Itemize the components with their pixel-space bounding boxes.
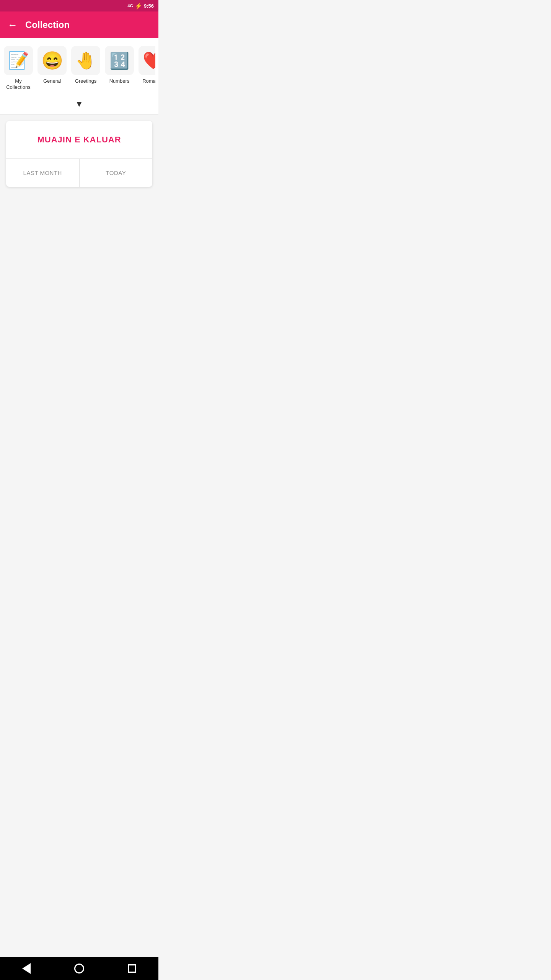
my-collections-label: My Collections xyxy=(4,78,33,90)
tab-today[interactable]: TODAY xyxy=(80,159,153,187)
app-title: Collection xyxy=(25,20,70,30)
category-item-numbers[interactable]: 🔢 Numbers xyxy=(104,46,135,90)
romance-icon: ❤️ xyxy=(143,51,156,70)
numbers-icon-wrapper: 🔢 xyxy=(105,46,134,75)
chevron-down-icon[interactable]: ▼ xyxy=(75,99,83,109)
romance-label: Romance xyxy=(142,78,155,84)
phrase-tabs: LAST MONTH TODAY xyxy=(6,159,152,187)
app-bar: ← Collection xyxy=(0,11,158,38)
general-icon-wrapper: 😄 xyxy=(37,46,67,75)
greetings-icon: 🤚 xyxy=(75,51,96,70)
signal-icon: 4G xyxy=(127,3,133,8)
chevron-container[interactable]: ▼ xyxy=(0,96,158,114)
category-section: 📝 My Collections 😄 General 🤚 Greetings 🔢… xyxy=(0,38,158,96)
my-collections-icon: 📝 xyxy=(8,51,29,70)
greetings-icon-wrapper: 🤚 xyxy=(71,46,100,75)
phrase-text: MUAJIN E KALUAR xyxy=(37,135,121,144)
numbers-icon: 🔢 xyxy=(109,51,129,70)
tab-last-month[interactable]: LAST MONTH xyxy=(6,159,80,187)
clock: 9:56 xyxy=(144,3,154,9)
category-item-my-collections[interactable]: 📝 My Collections xyxy=(3,46,34,90)
category-scroll: 📝 My Collections 😄 General 🤚 Greetings 🔢… xyxy=(3,46,155,90)
content-area: MUAJIN E KALUAR LAST MONTH TODAY xyxy=(0,115,158,306)
my-collections-icon-wrapper: 📝 xyxy=(4,46,33,75)
back-button[interactable]: ← xyxy=(6,18,19,33)
battery-icon: ⚡ xyxy=(135,2,142,10)
tab-last-month-label: LAST MONTH xyxy=(23,170,62,176)
status-bar: 4G ⚡ 9:56 xyxy=(0,0,158,11)
category-item-romance[interactable]: ❤️ Romance xyxy=(138,46,155,90)
phrase-main: MUAJIN E KALUAR xyxy=(6,121,152,159)
category-item-general[interactable]: 😄 General xyxy=(37,46,67,90)
numbers-label: Numbers xyxy=(109,78,130,84)
phrase-card: MUAJIN E KALUAR LAST MONTH TODAY xyxy=(6,121,152,187)
category-item-greetings[interactable]: 🤚 Greetings xyxy=(70,46,101,90)
general-label: General xyxy=(43,78,61,84)
tab-today-label: TODAY xyxy=(106,170,126,176)
general-icon: 😄 xyxy=(41,50,63,71)
greetings-label: Greetings xyxy=(75,78,96,84)
status-icons: 4G ⚡ 9:56 xyxy=(127,2,154,10)
romance-icon-wrapper: ❤️ xyxy=(139,46,155,75)
